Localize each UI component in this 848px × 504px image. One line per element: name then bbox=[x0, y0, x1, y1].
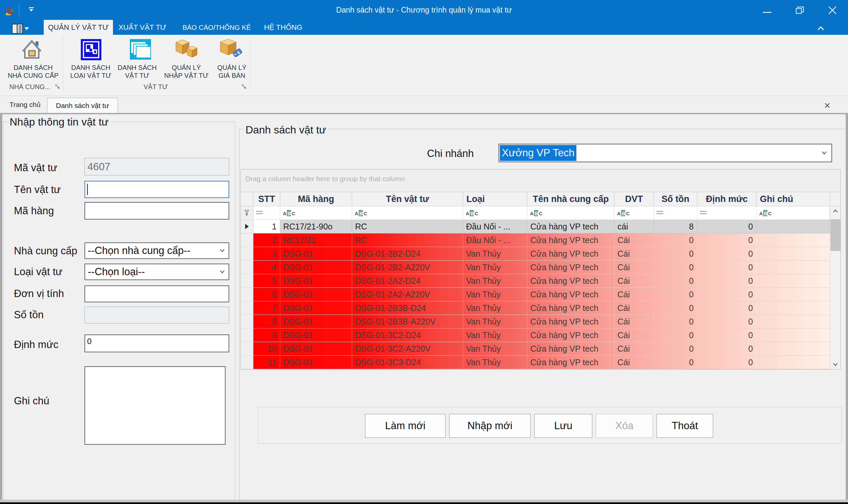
svg-text:A: A bbox=[759, 211, 763, 216]
svg-text:C: C bbox=[539, 211, 543, 216]
svg-text:B: B bbox=[288, 211, 291, 216]
svg-text:B: B bbox=[764, 211, 767, 216]
svg-text:B: B bbox=[535, 211, 538, 216]
svg-text:C: C bbox=[768, 211, 772, 216]
svg-text:A: A bbox=[617, 211, 621, 216]
svg-text:A: A bbox=[466, 211, 470, 216]
svg-text:C: C bbox=[364, 211, 367, 216]
svg-text:C: C bbox=[626, 211, 630, 216]
svg-text:A: A bbox=[283, 211, 286, 216]
svg-text:C: C bbox=[292, 211, 296, 216]
svg-text:A: A bbox=[530, 211, 534, 216]
svg-text:B: B bbox=[360, 211, 363, 216]
svg-text:C: C bbox=[475, 211, 478, 216]
svg-text:A: A bbox=[355, 211, 358, 216]
svg-text:B: B bbox=[622, 211, 625, 216]
svg-text:B: B bbox=[471, 211, 474, 216]
